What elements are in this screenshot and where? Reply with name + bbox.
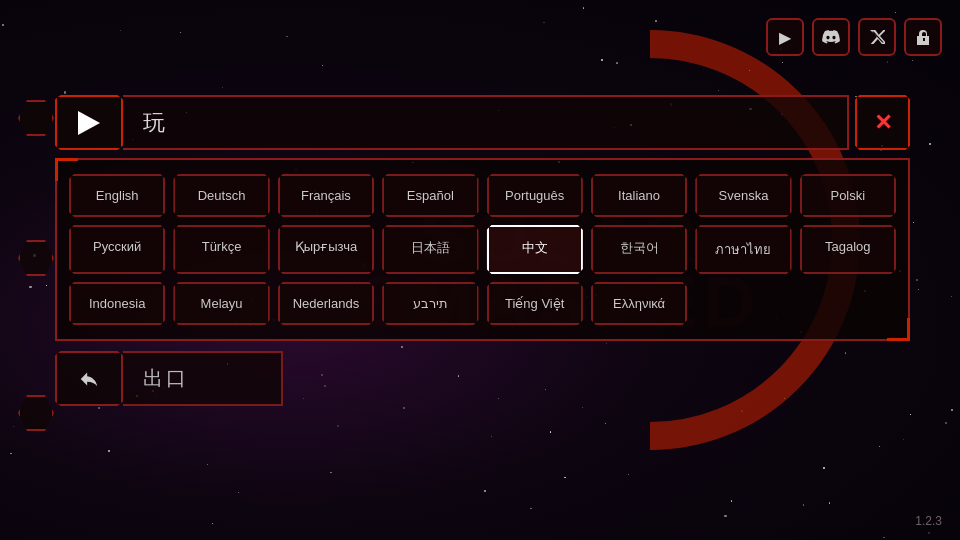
lang-btn-ko[interactable]: 한국어 xyxy=(591,225,687,274)
main-panel: 玩 ✕ EnglishDeutschFrançaisEspañolPortugu… xyxy=(55,95,910,406)
lang-btn-el[interactable]: Ελληνικά xyxy=(591,282,687,325)
version-text: 1.2.3 xyxy=(915,514,942,528)
lang-btn-tl[interactable]: Tagalog xyxy=(800,225,896,274)
twitter-icon[interactable] xyxy=(858,18,896,56)
lang-btn-nl[interactable]: Nederlands xyxy=(278,282,374,325)
close-icon: ✕ xyxy=(874,110,892,136)
lang-btn-en[interactable]: English xyxy=(69,174,165,217)
lang-btn-ru[interactable]: Русский xyxy=(69,225,165,274)
top-bar: 玩 ✕ xyxy=(55,95,910,150)
language-grid-row1: EnglishDeutschFrançaisEspañolPortuguêsIt… xyxy=(69,174,896,217)
discord-icon[interactable] xyxy=(812,18,850,56)
lang-btn-id[interactable]: Indonesia xyxy=(69,282,165,325)
hex-decoration-left-mid xyxy=(18,240,54,276)
exit-text: 出口 xyxy=(143,365,189,392)
lang-btn-ja[interactable]: 日本語 xyxy=(382,225,478,274)
exit-button[interactable] xyxy=(55,351,123,406)
lang-btn-he[interactable]: תירבע xyxy=(382,282,478,325)
lang-btn-th[interactable]: ภาษาไทย xyxy=(695,225,791,274)
lang-btn-pl[interactable]: Polski xyxy=(800,174,896,217)
lock-icon[interactable] xyxy=(904,18,942,56)
lang-btn-pt[interactable]: Português xyxy=(487,174,583,217)
language-panel: EnglishDeutschFrançaisEspañolPortuguêsIt… xyxy=(55,158,910,341)
lang-btn-zh[interactable]: 中文 xyxy=(487,225,583,274)
lang-btn-de[interactable]: Deutsch xyxy=(173,174,269,217)
lang-btn-vi[interactable]: Tiếng Việt xyxy=(487,282,583,325)
play-button[interactable] xyxy=(55,95,123,150)
exit-label: 出口 xyxy=(123,351,283,406)
language-grid-row2: РусскийTürkçeҚырғызча日本語中文한국어ภาษาไทยTaga… xyxy=(69,225,896,274)
play-icon xyxy=(78,111,100,135)
lang-btn-it[interactable]: Italiano xyxy=(591,174,687,217)
hex-decoration-left-top xyxy=(18,100,54,136)
language-grid-row3: IndonesiaMelayuNederlandsתירבעTiếng Việt… xyxy=(69,282,896,325)
lang-btn-ky[interactable]: Қырғызча xyxy=(278,225,374,274)
lang-btn-sv[interactable]: Svenska xyxy=(695,174,791,217)
lang-btn-es[interactable]: Español xyxy=(382,174,478,217)
social-bar: ▶ xyxy=(766,18,942,56)
title-text: 玩 xyxy=(143,108,168,138)
youtube-icon[interactable]: ▶ xyxy=(766,18,804,56)
lang-btn-tr[interactable]: Türkçe xyxy=(173,225,269,274)
bottom-bar: 出口 xyxy=(55,351,910,406)
close-button[interactable]: ✕ xyxy=(855,95,910,150)
lang-btn-ms[interactable]: Melayu xyxy=(173,282,269,325)
hex-decoration-left-bot xyxy=(18,395,54,431)
lang-btn-fr[interactable]: Français xyxy=(278,174,374,217)
title-bar: 玩 xyxy=(123,95,849,150)
